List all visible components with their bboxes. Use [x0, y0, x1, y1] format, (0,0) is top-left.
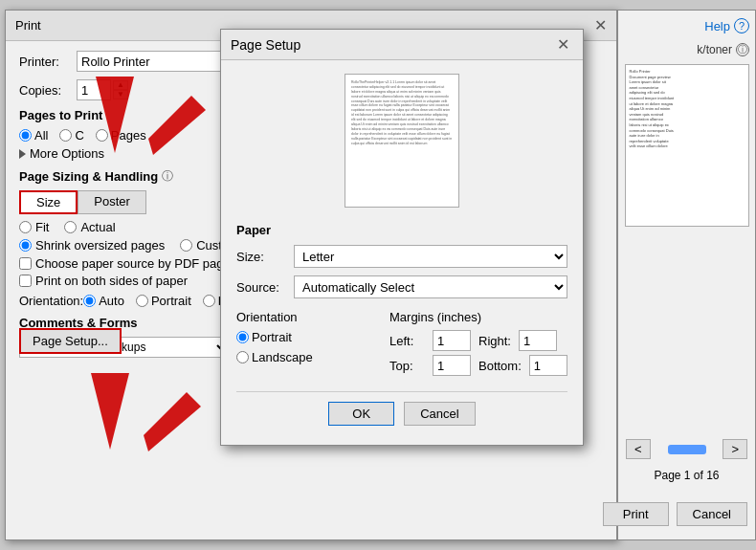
landscape-option[interactable]: Landscape [236, 350, 370, 364]
margins-col: Margins (inches) Left: Right: Top: Botto… [389, 310, 567, 380]
cancel-button[interactable]: Cancel [677, 502, 747, 526]
shrink-option[interactable]: Shrink oversized pages [19, 238, 165, 253]
page-setup-title: Page Setup [231, 37, 300, 53]
paper-section: Paper Size: Letter Source: Automatically… [236, 223, 567, 298]
fit-option[interactable]: Fit [19, 220, 49, 234]
page-sizing-info-icon: ⓘ [162, 168, 173, 185]
page-setup-button[interactable]: Page Setup... [19, 328, 122, 354]
copies-label: Copies: [19, 83, 77, 98]
pages-pages-radio[interactable] [96, 129, 108, 142]
tab-poster[interactable]: Poster [78, 190, 146, 214]
copies-spinner[interactable]: ▲ ▼ [113, 80, 128, 99]
copies-down[interactable]: ▼ [113, 90, 128, 99]
margin-left-input[interactable] [433, 330, 471, 351]
printer-label: Printer: [19, 55, 77, 69]
help-icon: ? [734, 18, 749, 33]
orient-landscape-radio[interactable] [203, 295, 215, 307]
pages-current-radio[interactable] [59, 129, 72, 142]
margin-top-input[interactable] [433, 355, 471, 376]
dialog-ok-btn[interactable]: OK [328, 402, 394, 426]
paper-source-label: Source: [236, 280, 294, 295]
shrink-label: Shrink oversized pages [35, 238, 165, 253]
orientation-auto[interactable]: Auto [83, 294, 124, 308]
shrink-radio[interactable] [19, 239, 32, 252]
custom-radio[interactable] [180, 239, 192, 252]
orient-auto-label: Auto [99, 294, 124, 308]
page-counter: Page 1 of 16 [654, 469, 719, 482]
copies-input[interactable] [77, 79, 111, 100]
paper-size-label: Size: [236, 250, 294, 264]
paper-title: Paper [236, 223, 567, 237]
margins-title: Margins (inches) [389, 310, 567, 324]
orient-auto-radio[interactable] [83, 295, 96, 307]
fit-label: Fit [35, 220, 49, 234]
margin-left-label: Left: [389, 334, 433, 348]
ink-toner-label: k/toner [697, 43, 732, 56]
pages-all-label: All [34, 128, 48, 143]
pages-all-option[interactable]: All [19, 128, 48, 143]
pages-pages-option[interactable]: Pages [96, 128, 146, 143]
margin-top-bottom-row: Top: Bottom: [389, 355, 567, 376]
print-close-button[interactable]: ✕ [594, 16, 607, 34]
page-setup-dialog: Page Setup ✕ RolloThePrinterHelper v2.1.… [220, 29, 584, 446]
orient-portrait-radio[interactable] [136, 295, 148, 307]
orientation-portrait[interactable]: Portrait [136, 294, 191, 308]
pages-current-option[interactable]: C [59, 128, 83, 143]
orientation-label: Orientation: [19, 294, 83, 308]
right-preview-content: Rollo PrinterDocument page previewLorem … [626, 65, 748, 153]
more-options-arrow [19, 149, 26, 159]
landscape-label: Landscape [252, 350, 313, 364]
margin-top-label: Top: [389, 359, 433, 373]
margin-left-right-row: Left: Right: [389, 330, 567, 351]
portrait-radio[interactable] [236, 331, 249, 343]
orientation-col-title: Orientation [236, 310, 370, 324]
actual-radio[interactable] [64, 221, 77, 233]
right-page-preview: Rollo PrinterDocument page previewLorem … [625, 64, 749, 227]
orientation-col: Orientation Portrait Landscape [236, 310, 370, 380]
actual-option[interactable]: Actual [64, 220, 115, 234]
fit-radio[interactable] [19, 221, 32, 233]
page-setup-body: RolloThePrinterHelper v2.1.1 Lorem ipsum… [221, 60, 583, 445]
portrait-label: Portrait [252, 330, 292, 344]
paper-source-row: Source: Automatically Select [236, 275, 567, 298]
actual-label: Actual [80, 220, 115, 234]
landscape-radio[interactable] [236, 351, 249, 363]
pages-pages-label: Pages [111, 128, 146, 143]
ink-toner-row: k/toner ⓘ [697, 43, 749, 56]
print-dialog-title: Print [15, 18, 41, 33]
right-panel: Help ? k/toner ⓘ Rollo PrinterDocument p… [617, 10, 756, 540]
pages-all-radio[interactable] [19, 129, 32, 142]
help-link[interactable]: Help ? [704, 18, 749, 33]
page-setup-close-btn[interactable]: ✕ [553, 35, 573, 54]
orient-portrait-label: Portrait [151, 294, 191, 308]
both-sides-label: Print on both sides of paper [35, 274, 188, 288]
preview-content: RolloThePrinterHelper v2.1.1 Lorem ipsum… [345, 75, 458, 151]
page-sizing-title: Page Sizing & Handling [19, 169, 158, 184]
nav-prev-btn[interactable]: < [626, 439, 651, 459]
paper-size-row: Size: Letter [236, 245, 567, 268]
margin-bottom-label: Bottom: [478, 359, 522, 373]
dialog-cancel-btn[interactable]: Cancel [404, 402, 475, 426]
both-sides-checkbox[interactable] [19, 275, 32, 287]
nav-next-btn[interactable]: > [723, 439, 747, 459]
paper-source-checkbox[interactable] [19, 257, 32, 270]
page-indicator [668, 445, 706, 454]
orientation-margins-section: Orientation Portrait Landscape Margins (… [236, 310, 567, 380]
paper-source-select[interactable]: Automatically Select [294, 275, 567, 298]
margin-right-label: Right: [478, 334, 511, 348]
pages-current-label: C [75, 128, 83, 143]
margin-bottom-input[interactable] [529, 355, 567, 376]
paper-size-select[interactable]: Letter [294, 245, 567, 268]
portrait-option[interactable]: Portrait [236, 330, 370, 344]
copies-up[interactable]: ▲ [113, 80, 128, 90]
dialog-footer: OK Cancel [236, 391, 567, 431]
help-text: Help [704, 19, 730, 33]
print-button[interactable]: Print [603, 502, 669, 526]
tab-size[interactable]: Size [19, 190, 78, 214]
margin-right-input[interactable] [519, 330, 557, 351]
page-setup-titlebar: Page Setup ✕ [221, 30, 583, 60]
ink-toner-info: ⓘ [736, 43, 749, 56]
page-setup-preview: RolloThePrinterHelper v2.1.1 Lorem ipsum… [345, 74, 459, 208]
more-options-label: More Options [30, 146, 104, 161]
